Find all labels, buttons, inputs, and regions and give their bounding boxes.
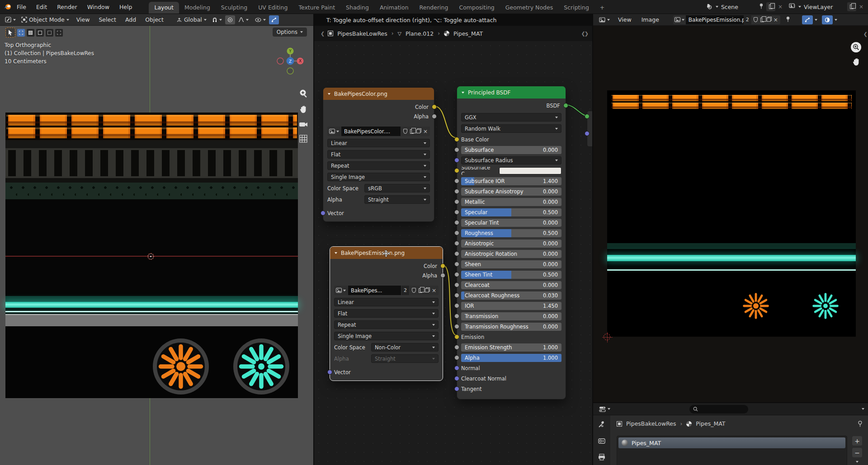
render-tab-icon[interactable] xyxy=(598,437,605,446)
image-browse-button[interactable] xyxy=(334,286,348,295)
image-name-field[interactable]: BakePipesColor.... xyxy=(341,127,401,136)
distribution-dropdown[interactable]: GGX xyxy=(461,113,561,122)
normal-input-socket[interactable] xyxy=(454,366,459,371)
pack-image-icon[interactable] xyxy=(767,18,771,22)
breadcrumb-object[interactable]: PipesBakeLowRes xyxy=(626,420,676,427)
scene-browse-chevron-icon[interactable] xyxy=(716,6,718,8)
breadcrumb-mesh[interactable]: Plane.012 xyxy=(406,30,434,37)
gizmo-toggle-button[interactable] xyxy=(802,15,813,24)
clearcoat-normal-input-socket[interactable] xyxy=(454,376,459,381)
slot-specials-chevron-icon[interactable] xyxy=(856,461,859,463)
bsdf-row-sheen[interactable]: Sheen0.000 xyxy=(461,260,561,268)
viewlayer-new-copy-button[interactable] xyxy=(847,2,856,11)
tab-rendering[interactable]: Rendering xyxy=(414,2,454,14)
subsurface-radius-input-socket[interactable] xyxy=(454,158,459,163)
image-menu-view[interactable]: View xyxy=(614,16,636,23)
vector-input-socket[interactable] xyxy=(321,211,326,216)
bsdf-row-specular[interactable]: Specular0.500 xyxy=(461,208,561,216)
metallic-input-socket[interactable] xyxy=(454,199,459,204)
active-tool-tweak-button[interactable] xyxy=(5,28,15,38)
image-browse-button[interactable] xyxy=(327,127,341,136)
editor-type-button[interactable] xyxy=(597,404,613,413)
tab-geometry-nodes[interactable]: Geometry Nodes xyxy=(500,2,558,14)
viewlayer-icon[interactable] xyxy=(789,3,796,10)
bsdf-row-emission-strength[interactable]: Emission Strength1.000 xyxy=(461,343,561,352)
users-count-badge[interactable]: 2 xyxy=(744,15,751,24)
remove-material-slot-button[interactable]: − xyxy=(852,447,863,458)
image-menu-image[interactable]: Image xyxy=(637,16,663,23)
alpha-mode-dropdown[interactable]: Straight xyxy=(364,195,430,204)
node-header[interactable]: BakePipesColor.png xyxy=(323,88,434,100)
menu-edit[interactable]: Edit xyxy=(31,0,52,14)
bsdf-row-anisotropic-rotation[interactable]: Anisotropic Rotation0.000 xyxy=(461,250,561,258)
bsdf-row-specular-tint[interactable]: Specular Tint0.000 xyxy=(461,219,561,227)
image-texture-node-emission[interactable]: BakePipesEmission.png Color Alpha BakePi… xyxy=(330,246,443,381)
image-texture-node-color[interactable]: BakePipesColor.png Color Alpha BakePipes… xyxy=(323,87,434,222)
editor-type-button[interactable] xyxy=(3,15,18,24)
pin-icon[interactable] xyxy=(786,16,790,23)
projection-dropdown[interactable]: Flat xyxy=(327,150,430,159)
displacement-input-socket[interactable] xyxy=(585,131,590,136)
pack-image-icon[interactable] xyxy=(425,288,429,292)
color-space-dropdown[interactable]: sRGB xyxy=(364,184,430,193)
bsdf-row-transmission-roughness[interactable]: Transmission Roughness0.000 xyxy=(461,323,561,331)
image-name-field[interactable]: BakePipes... xyxy=(348,286,401,295)
grid-toggle-icon[interactable] xyxy=(299,135,307,145)
pin-icon[interactable] xyxy=(858,420,863,429)
bsdf-row-ior[interactable]: IOR1.450 xyxy=(461,302,561,310)
subsurface-color-swatch[interactable] xyxy=(499,167,561,174)
anisotropic-rotation-input-socket[interactable] xyxy=(454,251,459,256)
unlink-icon[interactable]: × xyxy=(432,288,436,293)
add-material-slot-button[interactable]: + xyxy=(852,436,863,446)
transform-orientation-selector[interactable]: Global xyxy=(174,15,209,24)
transmission-input-socket[interactable] xyxy=(454,314,459,319)
menu-file[interactable]: File xyxy=(12,0,31,14)
shading-toggle-button[interactable] xyxy=(269,15,279,24)
bsdf-output-socket[interactable] xyxy=(563,103,568,108)
color-output-socket[interactable] xyxy=(440,263,445,268)
breadcrumb-object[interactable]: PipesBakeLowRes xyxy=(337,30,387,37)
vector-input-socket[interactable] xyxy=(327,370,332,375)
projection-dropdown[interactable]: Flat xyxy=(334,309,439,318)
menu-window[interactable]: Window xyxy=(82,0,114,14)
anisotropic-input-socket[interactable] xyxy=(454,241,459,246)
bsdf-row-subsurface[interactable]: Subsurface0.000 xyxy=(461,146,561,154)
copy-datablock-icon[interactable] xyxy=(760,18,764,22)
fake-user-icon[interactable] xyxy=(754,17,758,22)
roughness-input-socket[interactable] xyxy=(454,230,459,235)
subsurface-method-dropdown[interactable]: Random Walk xyxy=(461,124,561,133)
sheen-input-socket[interactable] xyxy=(454,262,459,267)
bsdf-row-subsurface-c-[interactable]: Subsurface C... xyxy=(461,167,561,175)
tab-modeling[interactable]: Modeling xyxy=(179,2,216,14)
emission-input-socket[interactable] xyxy=(454,334,459,339)
alpha-output-socket[interactable] xyxy=(440,273,445,278)
tool-tab-icon[interactable] xyxy=(598,421,605,430)
output-tab-icon[interactable] xyxy=(598,454,605,462)
extension-dropdown[interactable]: Repeat xyxy=(327,161,430,170)
baked-emission-image[interactable] xyxy=(607,90,856,337)
overlays-visibility-button[interactable] xyxy=(253,15,268,24)
ior-input-socket[interactable] xyxy=(454,303,459,308)
pack-image-icon[interactable] xyxy=(416,129,420,133)
area-corner-icon[interactable]: ❮ xyxy=(321,31,324,37)
add-workspace-button[interactable]: + xyxy=(594,2,610,14)
select-mode-intersect-button[interactable] xyxy=(55,29,63,37)
tab-texture-paint[interactable]: Texture Paint xyxy=(293,2,340,14)
tab-sculpting[interactable]: Sculpting xyxy=(216,2,253,14)
image-name-field[interactable]: BakePipesEmission.png xyxy=(686,15,744,24)
subsurface-anisotropy-input-socket[interactable] xyxy=(454,189,459,194)
scene-unlink-icon[interactable]: × xyxy=(778,4,783,9)
color-space-dropdown[interactable]: Non-Color xyxy=(371,343,439,352)
bsdf-row-clearcoat[interactable]: Clearcoat0.000 xyxy=(461,281,561,289)
bsdf-row-subsurface-radius[interactable]: Subsurface Radius xyxy=(461,156,561,164)
collapse-icon[interactable] xyxy=(328,93,330,95)
menu-help[interactable]: Help xyxy=(114,0,137,14)
editor-type-button[interactable] xyxy=(597,15,612,24)
copy-datablock-icon[interactable] xyxy=(410,129,414,134)
scene-icon[interactable] xyxy=(706,3,713,11)
collapse-icon[interactable] xyxy=(335,252,337,254)
header-options-chevron-icon[interactable] xyxy=(862,408,864,410)
sheen-tint-input-socket[interactable] xyxy=(454,272,459,277)
properties-search-input[interactable] xyxy=(689,405,748,413)
viewlayer-browse-chevron-icon[interactable] xyxy=(798,6,801,8)
